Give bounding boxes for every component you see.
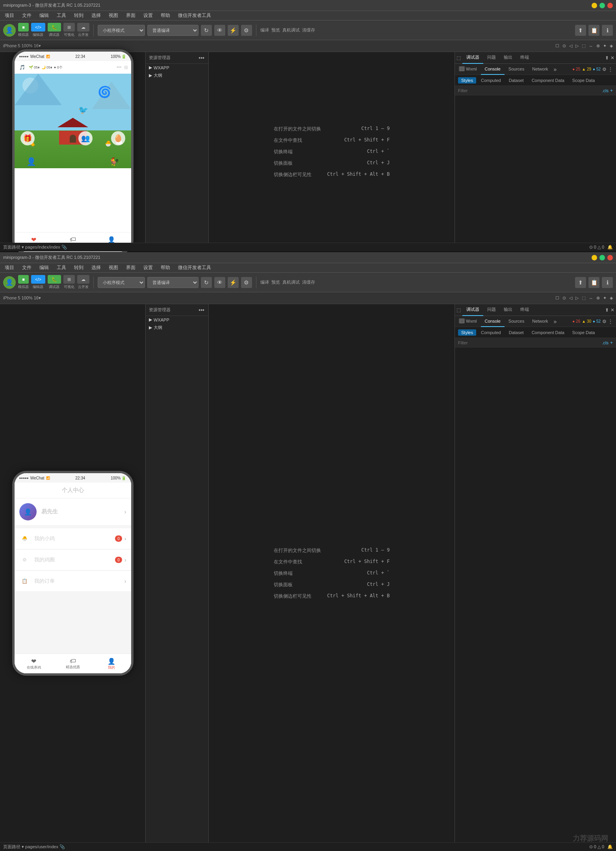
menu-project[interactable]: 项目 [3,11,16,20]
mode-select-b[interactable]: 小程序模式 [98,277,145,288]
filter-input-top[interactable] [458,88,602,93]
devtools-gear-top[interactable]: ⚙ [602,67,607,72]
compile-btn-b[interactable]: ⚡ [228,277,239,288]
user-profile-row[interactable]: 👤 易先生 › [15,498,131,525]
subtab-computed-top[interactable]: Computed [478,77,504,84]
subtab-dataset-bottom[interactable]: Dataset [506,329,527,336]
device-icon-3b[interactable]: ◁ [569,295,572,301]
devtools-close-top[interactable]: ✕ [610,55,614,61]
devtools-tab-debugger[interactable]: 调试器 [462,52,483,64]
menu-view-b[interactable]: 视图 [107,264,120,272]
devtools-tab-output[interactable]: 输出 [500,52,516,64]
upload-btn[interactable]: ⬆ [575,25,586,36]
menu-interface[interactable]: 界面 [124,11,137,20]
editor-btn[interactable]: </> [31,23,45,32]
menu-tools[interactable]: 工具 [55,11,68,20]
inner-tab-wxml[interactable]: ⬚ Wxml [455,64,481,75]
subtab-scopedata-bottom[interactable]: Scope Data [569,329,598,336]
inner-tab-sources[interactable]: Sources [505,64,528,75]
compile-select[interactable]: 普通编译 [147,25,199,36]
cloud-btn[interactable]: ☁ [77,23,89,32]
device-icon-1[interactable]: ☐ [555,43,559,48]
devtools-more-top[interactable]: » [552,66,558,72]
visible-btn-b[interactable]: ⊞ [63,275,75,284]
device-icon-3[interactable]: ◁ [569,43,572,48]
devtools-toggle-top[interactable]: ⬚ [456,55,461,61]
menu-goto[interactable]: 转到 [72,11,85,20]
inner-tab-wxml-b[interactable]: ⬚ Wxml [455,316,481,327]
device-icon-6[interactable]: ↔ [589,44,593,48]
inner-tab-network-b[interactable]: Network [528,316,552,327]
subtab-computed-bottom[interactable]: Computed [478,329,504,336]
minimize-button-bottom[interactable] [592,255,597,260]
file-tree-outline-b[interactable]: ▶ 大纲 [146,323,208,332]
device-icon-7b[interactable]: ⊕ [596,295,600,301]
menu-help-b[interactable]: 帮助 [159,264,172,272]
user-menu-order[interactable]: 📋 我的订单 › [15,571,131,592]
devtools-expand-top[interactable]: ⬆ [605,55,609,61]
menu-file-b[interactable]: 文件 [20,264,33,272]
device-icon-1b[interactable]: ☐ [555,295,559,301]
simulator-btn-b[interactable]: ■ [18,275,29,284]
devtools-toggle-bottom[interactable]: ⬚ [456,307,461,313]
device-icon-7[interactable]: ⊕ [596,43,600,48]
devtools-tab-issues[interactable]: 问题 [483,52,500,64]
menu-edit[interactable]: 编辑 [38,11,50,20]
maximize-button-top[interactable] [599,3,605,8]
devtools-tab-debugger-b[interactable]: 调试器 [462,304,483,316]
user-avatar-bottom[interactable]: 👤 [3,276,16,289]
file-tree-wxapp[interactable]: ▶ WXAPP [146,64,208,71]
simulator-btn[interactable]: ■ [18,23,29,32]
menu-view[interactable]: 视图 [107,11,120,20]
device-icon-8b[interactable]: ✦ [603,295,607,301]
menu-select[interactable]: 选择 [90,11,102,20]
device-icon-6b[interactable]: ↔ [589,296,593,301]
devtools-more-bottom[interactable]: » [552,318,558,325]
menu-wechat-b[interactable]: 微信开发者工具 [176,264,213,272]
menu-interface-b[interactable]: 界面 [124,264,137,272]
subtab-dataset-top[interactable]: Dataset [506,77,527,84]
devtools-kebab-top[interactable]: ⋮ [608,67,613,72]
user-nav-item-2[interactable]: 🏷 精选优惠 [53,654,92,673]
window-controls-bottom[interactable] [592,255,613,260]
device-label-bottom[interactable]: iPhone 5 100% 16▾ [3,295,41,301]
user-menu-chick[interactable]: 🐣 我的小鸡 0 › [15,528,131,549]
minimize-button-top[interactable] [592,3,597,8]
user-avatar-top[interactable]: 👤 [3,24,16,37]
eye-btn-b[interactable]: 👁 [214,277,225,288]
maximize-button-bottom[interactable] [599,255,605,260]
device-icon-5b[interactable]: ⬚ [582,295,586,301]
devtools-expand-bottom[interactable]: ⬆ [605,307,609,313]
device-icon-5[interactable]: ⬚ [582,43,586,48]
game-qr-btn[interactable]: ⊞ [124,65,128,70]
device-icon-4[interactable]: ▷ [575,43,579,48]
subtab-componentdata-bottom[interactable]: Component Data [529,329,568,336]
menu-tools-b[interactable]: 工具 [55,264,68,272]
menu-goto-b[interactable]: 转到 [72,264,85,272]
game-menu-btn[interactable]: ••• [117,65,122,70]
menu-wechat[interactable]: 微信开发者工具 [176,11,213,20]
devtools-tab-terminal[interactable]: 终端 [516,52,533,64]
version-btn-b[interactable]: 📋 [588,277,599,288]
menu-help[interactable]: 帮助 [159,11,172,20]
menu-select-b[interactable]: 选择 [90,264,102,272]
device-icon-8[interactable]: ✦ [603,43,607,48]
refresh-btn[interactable]: ↻ [201,25,212,36]
upload-btn-b[interactable]: ⬆ [575,277,586,288]
debugger-btn-b[interactable]: 🐛 [48,275,61,284]
detail-btn[interactable]: ℹ [602,25,613,36]
eye-btn[interactable]: 👁 [214,25,225,36]
subtab-styles-top[interactable]: Styles [458,77,476,84]
detail-btn-b[interactable]: ℹ [602,277,613,288]
menu-settings-b[interactable]: 设置 [142,264,154,272]
inner-tab-sources-b[interactable]: Sources [505,316,528,327]
debugger-btn[interactable]: 🐛 [48,23,61,32]
inner-tab-console-b[interactable]: Console [481,316,505,327]
file-panel-more-b[interactable]: ••• [198,306,205,314]
menu-settings[interactable]: 设置 [142,11,154,20]
device-icon-2[interactable]: ⊙ [562,43,566,48]
cloud-btn-b[interactable]: ☁ [77,275,89,284]
device-icon-9[interactable]: ◈ [610,43,613,48]
file-tree-wxapp-b[interactable]: ▶ WXAPP [146,316,208,323]
device-icon-2b[interactable]: ⊙ [562,295,566,301]
